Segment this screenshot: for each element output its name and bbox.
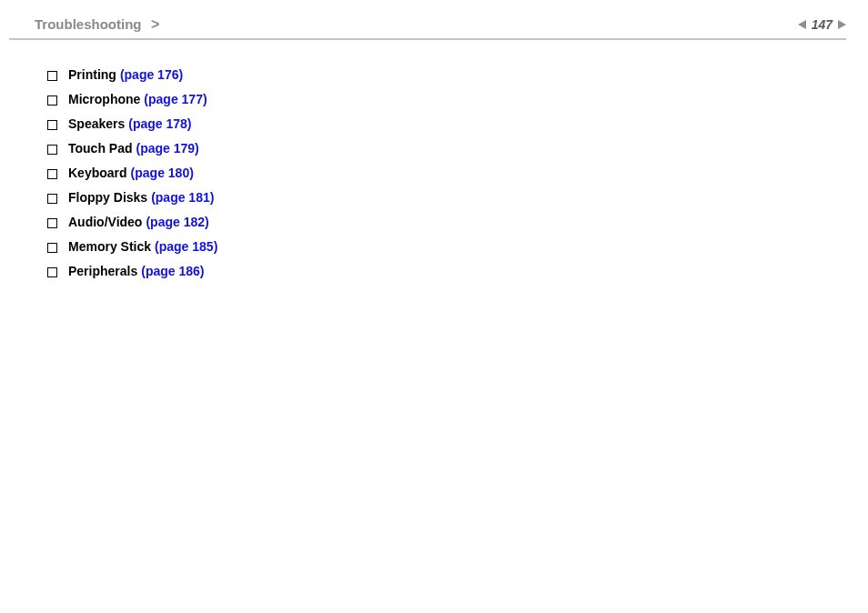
list-item: Touch Pad (page 179) — [47, 141, 868, 156]
breadcrumb-label: Troubleshooting — [35, 16, 142, 32]
item-label: Touch Pad — [68, 141, 133, 156]
bullet-icon — [47, 267, 57, 277]
bullet-icon — [47, 169, 57, 179]
item-label: Memory Stick — [68, 239, 151, 254]
page-link[interactable]: (page 180) — [131, 166, 194, 180]
page-link[interactable]: (page 179) — [136, 141, 199, 156]
breadcrumb[interactable]: Troubleshooting > — [35, 16, 159, 33]
page-link[interactable]: (page 186) — [141, 264, 204, 278]
item-label: Microphone — [68, 92, 140, 106]
page-link[interactable]: (page 176) — [120, 67, 183, 82]
list-item: Peripherals (page 186) — [47, 264, 868, 278]
bullet-icon — [47, 95, 57, 106]
page-link[interactable]: (page 182) — [146, 215, 208, 229]
page-navigation: 147 — [798, 17, 846, 32]
page-link[interactable]: (page 177) — [144, 92, 207, 106]
content-area: Printing (page 176) Microphone (page 177… — [0, 40, 868, 278]
item-label: Peripherals — [68, 264, 137, 278]
list-item: Keyboard (page 180) — [47, 166, 868, 180]
bullet-icon — [47, 218, 57, 228]
page-link[interactable]: (page 185) — [155, 239, 217, 254]
page-link[interactable]: (page 181) — [151, 190, 214, 205]
list-item: Audio/Video (page 182) — [47, 215, 868, 229]
item-label: Keyboard — [68, 166, 127, 180]
list-item: Floppy Disks (page 181) — [47, 190, 868, 205]
item-label: Printing — [68, 67, 116, 82]
breadcrumb-arrow-icon: > — [151, 16, 159, 32]
bullet-icon — [47, 194, 57, 204]
bullet-icon — [47, 145, 57, 155]
bullet-icon — [47, 120, 57, 130]
bullet-icon — [47, 243, 57, 253]
item-label: Audio/Video — [68, 215, 142, 229]
list-item: Speakers (page 178) — [47, 116, 868, 131]
prev-page-icon[interactable] — [798, 20, 806, 29]
list-item: Printing (page 176) — [47, 67, 868, 82]
page-link[interactable]: (page 178) — [128, 116, 191, 131]
page-header: Troubleshooting > 147 — [0, 0, 868, 38]
bullet-icon — [47, 71, 57, 81]
list-item: Memory Stick (page 185) — [47, 239, 868, 254]
item-label: Speakers — [68, 116, 125, 131]
list-item: Microphone (page 177) — [47, 92, 868, 106]
page-number: 147 — [812, 17, 833, 32]
item-label: Floppy Disks — [68, 190, 147, 205]
next-page-icon[interactable] — [838, 20, 846, 29]
